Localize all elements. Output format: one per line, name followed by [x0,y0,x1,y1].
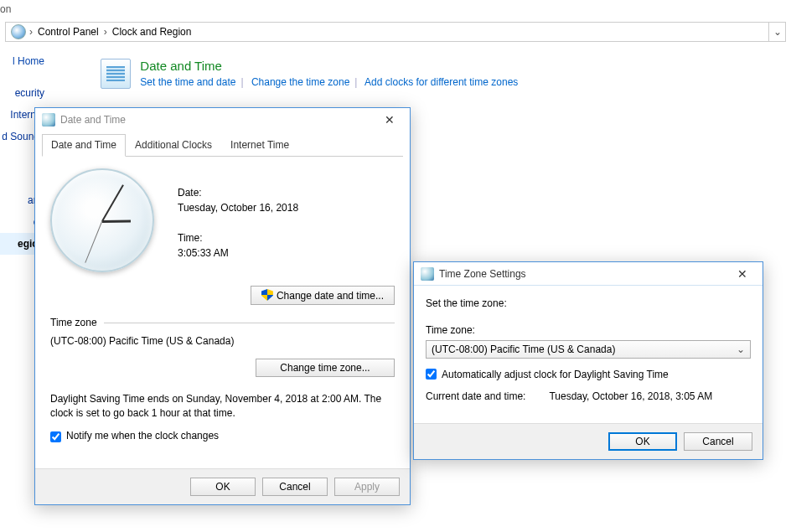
globe-icon [11,24,26,39]
cancel-button[interactable]: Cancel [262,478,328,496]
dialog-title: Time Zone Settings [439,268,526,280]
auto-dst-label: Automatically adjust clock for Daylight … [442,367,669,382]
analog-clock [50,168,163,281]
cancel-button[interactable]: Cancel [684,432,752,451]
uac-shield-icon [261,289,273,301]
dialog-footer: OK Cancel Apply [35,468,410,504]
timezone-value: (UTC-08:00) Pacific Time (US & Canada) [50,335,395,347]
tab-internet-time[interactable]: Internet Time [221,134,298,157]
timezone-select[interactable]: (UTC-08:00) Pacific Time (US & Canada) ⌄ [426,340,751,359]
category-links: Set the time and date| Change the time z… [140,76,523,88]
change-date-time-button[interactable]: Change date and time... [251,286,395,305]
current-datetime-value: Tuesday, October 16, 2018, 3:05 AM [549,389,712,404]
clock-icon [421,267,434,281]
link-set-time-date[interactable]: Set the time and date [140,76,235,88]
date-time-dialog: Date and Time ✕ Date and Time Additional… [34,107,411,505]
time-label: Time: [178,230,298,245]
close-button[interactable]: ✕ [373,111,406,129]
notify-checkbox[interactable] [50,431,61,442]
breadcrumb-control-panel[interactable]: Control Panel [33,26,104,38]
calendar-clock-icon [101,59,131,89]
date-value: Tuesday, October 16, 2018 [178,200,298,215]
titlebar[interactable]: Date and Time ✕ [35,108,410,132]
timezone-label: Time zone: [426,323,751,338]
tabstrip: Date and Time Additional Clocks Internet… [42,133,403,157]
current-datetime-label: Current date and time: [426,389,525,404]
timezone-selected: (UTC-08:00) Pacific Time (US & Canada) [432,342,615,357]
change-time-zone-button[interactable]: Change time zone... [256,359,395,377]
auto-dst-checkbox-row[interactable]: Automatically adjust clock for Daylight … [426,367,751,382]
subtitle: Set the time zone: [426,296,751,311]
sidebar-item-security[interactable]: ecurity [0,82,46,104]
time-value: 3:05:33 AM [178,245,298,261]
notify-label: Notify me when the clock changes [66,430,219,442]
ok-button[interactable]: OK [190,478,256,496]
breadcrumb: › Control Panel › Clock and Region ⌄ [5,22,786,42]
window-title-fragment: on [0,0,13,18]
breadcrumb-clock-region[interactable]: Clock and Region [107,26,197,38]
close-button[interactable]: ✕ [726,265,759,283]
tab-additional-clocks[interactable]: Additional Clocks [126,134,221,157]
timezone-settings-dialog: Time Zone Settings ✕ Set the time zone: … [413,261,763,460]
category-title[interactable]: Date and Time [140,59,523,73]
clock-icon [42,113,55,127]
link-change-time-zone[interactable]: Change the time zone [251,76,349,88]
dialog-title: Date and Time [60,114,126,126]
timezone-section-label: Time zone [50,317,97,328]
auto-dst-checkbox[interactable] [426,369,437,380]
notify-checkbox-row[interactable]: Notify me when the clock changes [50,430,395,442]
titlebar[interactable]: Time Zone Settings ✕ [414,262,763,286]
chevron-down-icon: ⌄ [737,342,745,357]
apply-button[interactable]: Apply [334,478,400,496]
breadcrumb-dropdown[interactable]: ⌄ [768,23,785,41]
date-label: Date: [178,185,298,200]
ok-button[interactable]: OK [608,432,677,451]
dst-info-text: Daylight Saving Time ends on Sunday, Nov… [50,392,395,421]
sidebar-item [0,72,46,82]
tab-date-time[interactable]: Date and Time [42,134,126,157]
category-date-time: Date and Time Set the time and date| Cha… [101,59,523,89]
dialog-footer: OK Cancel [414,423,763,459]
link-add-clocks[interactable]: Add clocks for different time zones [364,76,518,88]
sidebar-item-home[interactable]: l Home [0,50,46,72]
